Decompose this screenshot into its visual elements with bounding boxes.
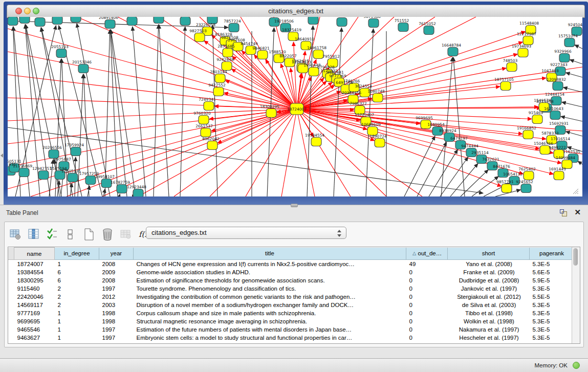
graph-node[interactable] — [229, 24, 239, 32]
citation-edge-black[interactable] — [566, 73, 582, 77]
table-row[interactable]: 1938455462009Genome-wide association stu… — [8, 268, 574, 276]
splitter-handle[interactable] — [291, 204, 298, 207]
cell-pagerank[interactable]: 5.3E-5 — [530, 301, 574, 309]
graph-node[interactable] — [105, 20, 115, 29]
cell-out_de[interactable]: 0 — [406, 268, 448, 276]
citation-edge-black[interactable] — [159, 25, 169, 196]
cell-title[interactable]: Estimation of the future numbers of pati… — [134, 325, 406, 334]
cell-pagerank[interactable]: 5.3E-5 — [530, 285, 574, 293]
graph-node[interactable] — [308, 17, 318, 25]
network-table-selector[interactable]: citations_edges.txt — [146, 227, 346, 239]
cell-short[interactable]: Hescheler et al. (1997) — [448, 334, 530, 342]
cell-out_de[interactable]: 0 — [406, 334, 448, 342]
cell-pagerank[interactable]: 5.3E-5 — [530, 260, 574, 269]
cell-year[interactable]: 2008 — [99, 276, 134, 285]
citation-edge-red[interactable] — [217, 109, 297, 143]
graph-node[interactable] — [201, 128, 211, 137]
graph-node[interactable] — [311, 138, 321, 146]
window-titlebar[interactable]: citations_edges.txt — [7, 5, 585, 18]
cell-name[interactable]: 9777169 — [14, 309, 55, 317]
cell-short[interactable]: Jankovic et al. (1997) — [448, 285, 530, 293]
citation-edge-black[interactable] — [429, 149, 458, 196]
panel-close-icon[interactable]: ✕ — [574, 208, 581, 217]
cell-pagerank[interactable]: 5.3E-5 — [530, 325, 574, 334]
cell-out_de[interactable]: 49 — [406, 260, 448, 269]
table-row[interactable]: 977716911998Corpus callosum shape and si… — [8, 309, 574, 317]
cell-short[interactable]: Wolkin et al. (1998) — [448, 317, 530, 325]
cell-pagerank[interactable]: 5.3E-5 — [530, 334, 574, 342]
cell-title[interactable]: Investigating the contribution of common… — [134, 293, 406, 301]
column-header-pagerank[interactable]: pagerank — [530, 248, 574, 260]
citation-edge-red[interactable] — [211, 109, 297, 131]
import-table-icon[interactable] — [119, 228, 133, 241]
cell-year[interactable]: 1997 — [99, 334, 134, 342]
cell-name[interactable]: 22420046 — [14, 293, 55, 301]
cell-in_degree[interactable]: 2 — [55, 301, 99, 309]
cell-out_de[interactable]: 0 — [406, 317, 448, 325]
graph-node[interactable] — [559, 54, 570, 62]
cell-name[interactable]: 9465546 — [14, 325, 55, 334]
cell-name[interactable]: 9463627 — [14, 334, 55, 342]
cell-short[interactable]: Stergiakouli et al. (2012) — [448, 293, 530, 301]
network-canvas[interactable]: 2055105106352814035579450440105295120891… — [8, 17, 582, 196]
graph-node[interactable] — [337, 18, 347, 27]
graph-node[interactable] — [523, 130, 533, 139]
graph-node[interactable] — [180, 17, 190, 26]
cell-in_degree[interactable]: 1 — [55, 260, 99, 269]
graph-node[interactable] — [127, 17, 137, 26]
citation-edge-black[interactable] — [110, 30, 118, 196]
cell-in_degree[interactable]: 1 — [55, 334, 99, 342]
graph-node[interactable] — [424, 26, 434, 35]
citation-edge-red[interactable] — [138, 109, 297, 196]
citation-edge-black[interactable] — [111, 30, 127, 196]
cell-in_degree[interactable]: 1 — [55, 317, 99, 325]
graph-node[interactable] — [507, 63, 517, 72]
citation-edge-black[interactable] — [49, 160, 53, 196]
citation-edge-black[interactable] — [119, 194, 120, 196]
graph-node[interactable] — [554, 171, 564, 180]
citation-edge-red[interactable] — [231, 69, 297, 109]
column-header-out_de[interactable]: △out_de… — [406, 248, 448, 260]
cell-out_de[interactable]: 0 — [406, 276, 448, 285]
cell-year[interactable]: 1997 — [99, 285, 134, 293]
citation-edge-black[interactable] — [404, 136, 435, 196]
column-header-title[interactable]: title — [134, 248, 406, 260]
cell-in_degree[interactable]: 2 — [55, 293, 99, 301]
graph-node[interactable] — [117, 185, 127, 193]
table-vertical-scrollbar[interactable] — [572, 247, 580, 344]
cell-name[interactable]: 9115460 — [14, 285, 55, 293]
cell-year[interactable]: 2008 — [99, 260, 134, 269]
cell-in_degree[interactable]: 1 — [55, 325, 99, 334]
graph-node[interactable] — [85, 176, 96, 185]
graph-node[interactable] — [523, 36, 533, 45]
citation-edge-red[interactable] — [297, 109, 522, 134]
citation-edge-black[interactable] — [575, 45, 582, 49]
cell-short[interactable]: Dudbridge et al. (2008) — [448, 276, 530, 285]
cell-year[interactable]: 1997 — [99, 325, 134, 334]
cell-out_de[interactable]: 0 — [406, 325, 448, 334]
column-header-name[interactable]: name — [14, 248, 55, 260]
citation-edge-black[interactable] — [472, 177, 498, 196]
graph-node[interactable] — [313, 50, 323, 59]
unselect-columns-icon[interactable] — [64, 228, 77, 241]
panel-collapse-arrow-icon[interactable] — [1, 154, 3, 158]
graph-node[interactable] — [266, 109, 276, 118]
cell-title[interactable]: Embryonic stem cells: a model to study s… — [134, 334, 406, 342]
cell-year[interactable]: 1998 — [99, 317, 134, 325]
cell-out_de[interactable]: 0 — [406, 285, 448, 293]
cell-short[interactable]: Yano et al. (2008) — [448, 260, 530, 269]
graph-node[interactable] — [68, 173, 78, 182]
cell-title[interactable]: Corpus callosum shape and size in male p… — [134, 309, 406, 317]
table-mode-icon[interactable] — [9, 228, 22, 241]
graph-node[interactable] — [524, 171, 534, 180]
citation-edge-red[interactable] — [297, 109, 315, 196]
column-header-in_degree[interactable]: in_degree — [55, 248, 99, 260]
cell-name[interactable]: 19384554 — [14, 268, 55, 276]
graph-node[interactable] — [133, 189, 143, 197]
cell-name[interactable]: 9699695 — [14, 317, 55, 325]
cell-pagerank[interactable]: 5.6E-5 — [530, 268, 574, 276]
graph-node[interactable] — [532, 115, 542, 124]
graph-node[interactable] — [550, 111, 560, 120]
graph-node[interactable] — [78, 64, 89, 73]
citation-edge-black[interactable] — [133, 27, 146, 196]
